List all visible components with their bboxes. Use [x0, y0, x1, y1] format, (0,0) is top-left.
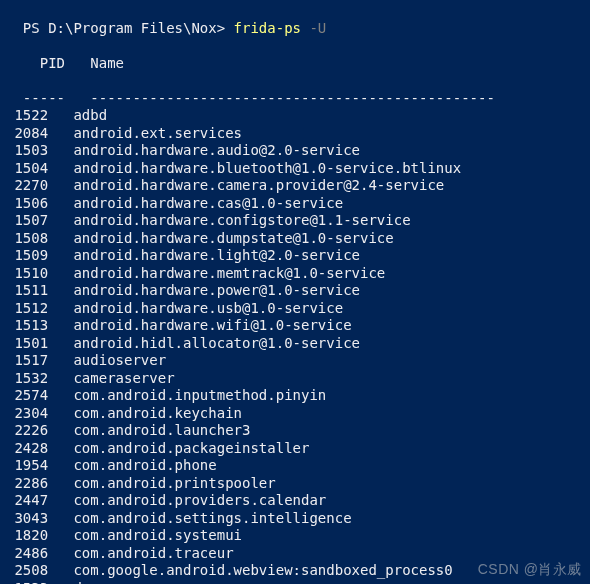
process-row: 1513 android.hardware.wifi@1.0-service [6, 317, 588, 335]
process-name: com.android.phone [73, 457, 216, 473]
process-pid: 2508 [6, 562, 48, 580]
process-row: 2084 android.ext.services [6, 125, 588, 143]
process-pid: 1533 [6, 580, 48, 585]
process-name: com.android.printspooler [73, 475, 275, 491]
process-name: android.hardware.memtrack@1.0-service [73, 265, 385, 281]
process-row: 2226 com.android.launcher3 [6, 422, 588, 440]
process-name: android.hardware.camera.provider@2.4-ser… [73, 177, 444, 193]
process-name: com.android.launcher3 [73, 422, 250, 438]
process-row: 1508 android.hardware.dumpstate@1.0-serv… [6, 230, 588, 248]
process-list: 1522 adbd 2084 android.ext.services 1503… [6, 107, 588, 584]
process-name: audioserver [73, 352, 166, 368]
process-row: 1522 adbd [6, 107, 588, 125]
process-name: android.hidl.allocator@1.0-service [73, 335, 360, 351]
process-name: adbd [73, 107, 107, 123]
process-pid: 2428 [6, 440, 48, 458]
process-pid: 1532 [6, 370, 48, 388]
process-row: 1504 android.hardware.bluetooth@1.0-serv… [6, 160, 588, 178]
process-name: com.android.packageinstaller [73, 440, 309, 456]
process-pid: 2486 [6, 545, 48, 563]
process-name: drmserver [73, 580, 149, 585]
process-name: android.hardware.dumpstate@1.0-service [73, 230, 393, 246]
column-header: PIDName [6, 37, 588, 72]
process-name: com.android.systemui [73, 527, 242, 543]
command-text: frida-ps [234, 20, 310, 36]
process-pid: 2270 [6, 177, 48, 195]
process-name: com.android.traceur [73, 545, 233, 561]
process-row: 1506 android.hardware.cas@1.0-service [6, 195, 588, 213]
process-pid: 1522 [6, 107, 48, 125]
separator-line: ----- ----------------------------------… [6, 72, 588, 107]
process-row: 1510 android.hardware.memtrack@1.0-servi… [6, 265, 588, 283]
process-pid: 1511 [6, 282, 48, 300]
process-name: android.hardware.bluetooth@1.0-service.b… [73, 160, 461, 176]
process-name: android.hardware.wifi@1.0-service [73, 317, 351, 333]
process-row: 1532 cameraserver [6, 370, 588, 388]
header-pid: PID [23, 55, 65, 71]
process-name: android.hardware.audio@2.0-service [73, 142, 360, 158]
process-row: 2574 com.android.inputmethod.pinyin [6, 387, 588, 405]
process-row: 1507 android.hardware.configstore@1.1-se… [6, 212, 588, 230]
separator-pid: ----- [23, 90, 65, 106]
process-row: 2447 com.android.providers.calendar [6, 492, 588, 510]
process-row: 2428 com.android.packageinstaller [6, 440, 588, 458]
process-row: 1511 android.hardware.power@1.0-service [6, 282, 588, 300]
process-name: com.android.keychain [73, 405, 242, 421]
process-row: 1501 android.hidl.allocator@1.0-service [6, 335, 588, 353]
command-flag: -U [309, 20, 326, 36]
process-row: 1820 com.android.systemui [6, 527, 588, 545]
process-pid: 1513 [6, 317, 48, 335]
process-row: 2304 com.android.keychain [6, 405, 588, 423]
process-pid: 2226 [6, 422, 48, 440]
process-row: 2286 com.android.printspooler [6, 475, 588, 493]
process-pid: 2447 [6, 492, 48, 510]
process-name: android.hardware.light@2.0-service [73, 247, 360, 263]
process-pid: 2286 [6, 475, 48, 493]
process-pid: 1512 [6, 300, 48, 318]
prompt-path: PS D:\Program Files\Nox> [23, 20, 234, 36]
process-pid: 1820 [6, 527, 48, 545]
process-pid: 2304 [6, 405, 48, 423]
header-name: Name [90, 55, 124, 71]
process-name: android.hardware.power@1.0-service [73, 282, 360, 298]
process-pid: 2084 [6, 125, 48, 143]
process-row: 1512 android.hardware.usb@1.0-service [6, 300, 588, 318]
process-pid: 1954 [6, 457, 48, 475]
process-row: 2270 android.hardware.camera.provider@2.… [6, 177, 588, 195]
process-name: cameraserver [73, 370, 174, 386]
process-pid: 2574 [6, 387, 48, 405]
process-pid: 1517 [6, 352, 48, 370]
process-name: android.ext.services [73, 125, 242, 141]
process-pid: 3043 [6, 510, 48, 528]
process-name: android.hardware.configstore@1.1-service [73, 212, 410, 228]
process-row: 1517 audioserver [6, 352, 588, 370]
process-pid: 1506 [6, 195, 48, 213]
process-row: 2486 com.android.traceur [6, 545, 588, 563]
process-name: com.google.android.webview:sandboxed_pro… [73, 562, 452, 578]
process-row: 1954 com.android.phone [6, 457, 588, 475]
process-row: 1533 drmserver [6, 580, 588, 585]
process-row: 3043 com.android.settings.intelligence [6, 510, 588, 528]
process-pid: 1504 [6, 160, 48, 178]
process-row: 1509 android.hardware.light@2.0-service [6, 247, 588, 265]
process-pid: 1507 [6, 212, 48, 230]
separator-name: ----------------------------------------… [90, 90, 495, 106]
process-pid: 1508 [6, 230, 48, 248]
process-row: 1503 android.hardware.audio@2.0-service [6, 142, 588, 160]
prompt-line[interactable]: PS D:\Program Files\Nox> frida-ps -U [6, 2, 588, 37]
process-pid: 1501 [6, 335, 48, 353]
process-name: android.hardware.usb@1.0-service [73, 300, 343, 316]
process-pid: 1509 [6, 247, 48, 265]
process-row: 2508 com.google.android.webview:sandboxe… [6, 562, 588, 580]
process-name: com.android.settings.intelligence [73, 510, 351, 526]
process-name: com.android.providers.calendar [73, 492, 326, 508]
process-pid: 1510 [6, 265, 48, 283]
process-name: com.android.inputmethod.pinyin [73, 387, 326, 403]
process-pid: 1503 [6, 142, 48, 160]
process-name: android.hardware.cas@1.0-service [73, 195, 343, 211]
